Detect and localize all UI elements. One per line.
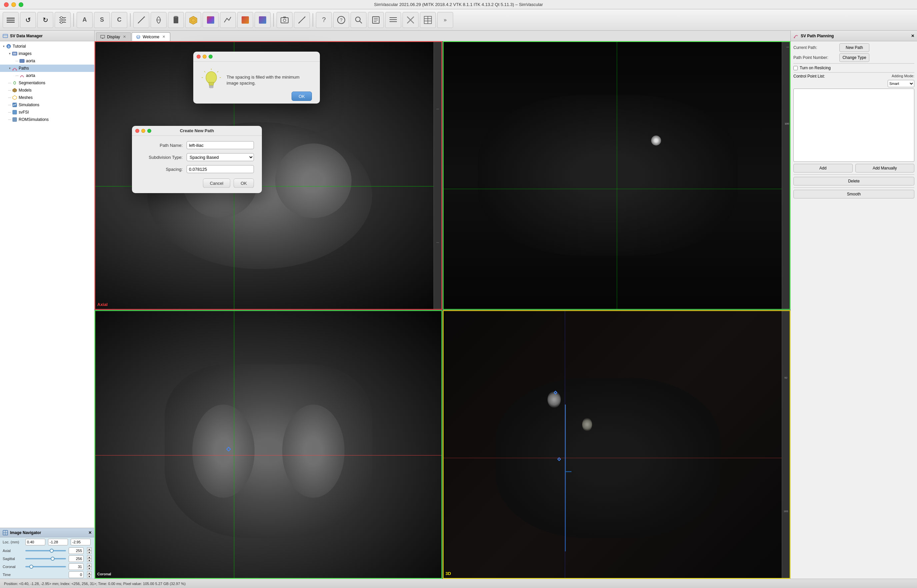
tree-item-segmentations[interactable]: — Segmentations	[0, 79, 94, 87]
tab-display-close[interactable]: ✕	[122, 35, 126, 39]
color1-button[interactable]	[237, 12, 253, 28]
sagittal-spinner[interactable]: ▲ ▼	[87, 556, 92, 562]
sagittal-slider-thumb[interactable]	[51, 557, 55, 561]
redo-button[interactable]: ↻	[37, 12, 53, 28]
tab-display[interactable]: Display ✕	[96, 32, 131, 41]
sagittal-value-input[interactable]	[69, 556, 84, 562]
tree-item-simulations[interactable]: — Simulations	[0, 101, 94, 108]
sim-button[interactable]	[220, 12, 236, 28]
time-value-input[interactable]	[69, 571, 84, 578]
time-up-arrow[interactable]: ▲	[87, 571, 92, 575]
help-button[interactable]: ?	[316, 12, 332, 28]
table-button[interactable]	[420, 12, 436, 28]
loc-x-input[interactable]	[25, 539, 45, 545]
nav-icon	[3, 530, 8, 535]
settings-button[interactable]	[55, 12, 71, 28]
texture-button[interactable]	[203, 12, 219, 28]
cross-button[interactable]	[402, 12, 418, 28]
smooth-button[interactable]: Smooth	[793, 190, 914, 199]
axial-up-arrow[interactable]: ▲	[87, 548, 92, 551]
viewport-coronal[interactable]: Coronal	[95, 310, 442, 579]
viewport-top-right[interactable]: — 100	[443, 41, 791, 310]
new-path-button[interactable]: New Path	[839, 43, 869, 52]
tree-item-romsimulations[interactable]: — ROMSimulations	[0, 116, 94, 123]
reslicing-checkbox[interactable]	[793, 66, 798, 70]
axial-down-arrow[interactable]: ▼	[87, 551, 92, 554]
tree-item-images[interactable]: ▾ images	[0, 50, 94, 57]
tree-item-tutorial[interactable]: ▾ S Tutorial	[0, 43, 94, 50]
adding-mode-select[interactable]: Smart Manual	[888, 80, 914, 87]
tree-item-svfsi[interactable]: — svFSI	[0, 108, 94, 116]
alert-maximize-btn[interactable]	[209, 55, 212, 58]
svg-point-52	[14, 82, 16, 84]
sagittal-down-arrow[interactable]: ▼	[87, 559, 92, 562]
tree-toggle-tutorial[interactable]: ▾	[1, 44, 6, 48]
help2-button[interactable]: ?	[333, 12, 349, 28]
axial-slider-thumb[interactable]	[50, 549, 53, 553]
create-path-ok-button[interactable]: OK	[233, 178, 254, 188]
time-spinner[interactable]: ▲ ▼	[87, 571, 92, 578]
undo-button[interactable]: ↺	[20, 12, 36, 28]
color2-button[interactable]	[254, 12, 271, 28]
vessel-button[interactable]	[151, 12, 167, 28]
tree-item-paths[interactable]: ▾ Paths	[0, 65, 94, 72]
tree-item-models[interactable]: — Models	[0, 87, 94, 94]
add-button[interactable]: Add	[793, 164, 853, 173]
alert-close-btn[interactable]	[197, 55, 201, 58]
control-point-list-label: Control Point List:	[793, 74, 825, 79]
axial-spinner[interactable]: ▲ ▼	[87, 548, 92, 554]
minimize-button[interactable]	[11, 2, 16, 7]
spacing-input[interactable]	[186, 165, 254, 173]
tree-item-aorta-path[interactable]: — aorta	[0, 72, 94, 79]
add-manually-button[interactable]: Add Manually	[855, 164, 915, 173]
tree-item-meshes[interactable]: — Meshes	[0, 94, 94, 101]
screenshot-button[interactable]	[277, 12, 293, 28]
coronal-slider-thumb[interactable]	[29, 565, 33, 569]
search-button[interactable]	[350, 12, 366, 28]
maximize-button[interactable]	[19, 2, 23, 7]
path-name-input[interactable]	[186, 141, 254, 149]
tree-toggle-paths[interactable]: ▾	[7, 66, 12, 71]
create-path-minimize-btn[interactable]	[141, 129, 145, 133]
coronal-value-input[interactable]	[69, 563, 84, 570]
tab-welcome-close[interactable]: ✕	[161, 35, 166, 39]
alert-ok-button[interactable]: OK	[292, 92, 312, 101]
measure-button[interactable]	[294, 12, 310, 28]
tree-toggle-images[interactable]: ▾	[7, 51, 12, 56]
menu-button[interactable]	[3, 12, 19, 28]
create-path-cancel-button[interactable]: Cancel	[203, 178, 230, 188]
close-button[interactable]	[4, 2, 9, 7]
alert-minimize-btn[interactable]	[203, 55, 207, 58]
cut-button[interactable]	[168, 12, 184, 28]
viewport-3d[interactable]: 3D 92 183	[443, 310, 791, 579]
time-down-arrow[interactable]: ▼	[87, 575, 92, 578]
annotation-button[interactable]: A	[77, 12, 92, 28]
create-path-maximize-btn[interactable]	[147, 129, 151, 133]
coronal-up-arrow[interactable]: ▲	[87, 563, 92, 567]
path-planning-close[interactable]: ✕	[911, 34, 914, 38]
log-button[interactable]	[368, 12, 384, 28]
list-button[interactable]	[385, 12, 401, 28]
mesh-icon-button[interactable]	[185, 12, 201, 28]
tree-toggle-romsimulations: —	[7, 117, 12, 122]
more-button[interactable]: »	[437, 12, 453, 28]
image-navigator-close[interactable]: ✕	[88, 530, 92, 535]
sagittal-up-arrow[interactable]: ▲	[87, 556, 92, 559]
coronal-spinner[interactable]: ▲ ▼	[87, 563, 92, 570]
axial-value-input[interactable]	[69, 548, 84, 554]
svg-marker-14	[190, 16, 197, 24]
contour-button[interactable]: C	[111, 12, 127, 28]
segmentation-button[interactable]: S	[94, 12, 110, 28]
subdivision-type-select[interactable]: Spacing Based Total Subdivision Number	[186, 153, 254, 161]
loc-y-input[interactable]	[48, 539, 68, 545]
tab-welcome[interactable]: W Welcome ✕	[131, 32, 170, 41]
current-path-label: Current Path:	[793, 45, 837, 50]
create-path-close-btn[interactable]	[135, 129, 139, 133]
path-tool-button[interactable]	[133, 12, 149, 28]
loc-z-input[interactable]	[71, 539, 91, 545]
tree-item-aorta-img[interactable]: — aorta	[0, 57, 94, 65]
svg-rect-56	[13, 110, 17, 114]
change-type-button[interactable]: Change Type	[839, 53, 869, 62]
delete-button[interactable]: Delete	[793, 177, 914, 186]
coronal-down-arrow[interactable]: ▼	[87, 567, 92, 570]
